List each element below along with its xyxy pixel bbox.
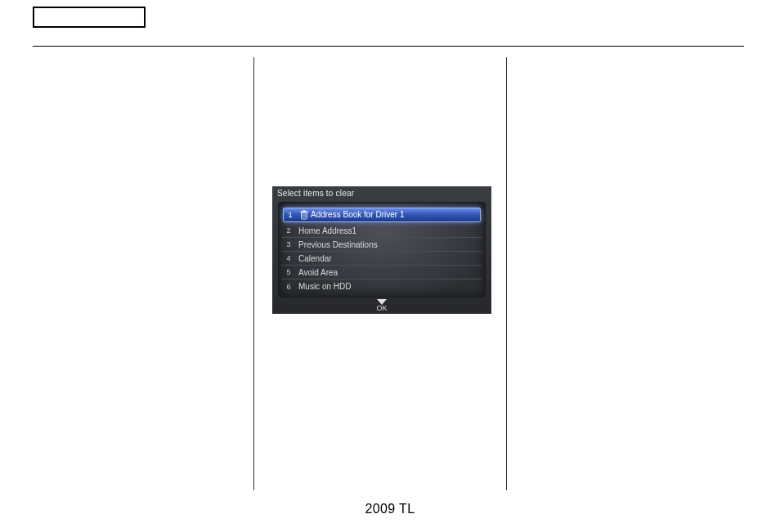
list-item-number: 1: [284, 211, 297, 219]
svg-rect-1: [301, 212, 308, 212]
list-item-label: Avoid Area: [295, 268, 482, 277]
horizontal-rule: [33, 46, 744, 47]
list-item-number: 3: [282, 240, 295, 248]
list-item[interactable]: 4 Calendar: [282, 252, 482, 266]
nav-screen-title: Select items to clear: [272, 186, 491, 202]
list-item-label: Home Address1: [295, 226, 482, 235]
list-item[interactable]: 3 Previous Destinations: [282, 238, 482, 252]
trash-icon: [300, 210, 308, 220]
header-box: [33, 7, 146, 28]
column-middle: Select items to clear 1 Address Book for…: [253, 57, 507, 490]
nav-screen-panel: 1 Address Book for Driver 1 2: [278, 202, 486, 297]
list-item[interactable]: 1 Address Book for Driver 1: [283, 208, 481, 222]
list-item[interactable]: 6 Music on HDD: [282, 279, 482, 293]
column-right: [507, 57, 744, 490]
list-item[interactable]: 5 Avoid Area: [282, 266, 482, 279]
list-item-number: 5: [282, 268, 295, 276]
ok-label: OK: [272, 304, 491, 312]
list-item-label: Calendar: [295, 254, 482, 263]
list-item-number: 2: [282, 226, 295, 235]
list-item-number: 4: [282, 254, 295, 262]
list-item-label: Music on HDD: [295, 282, 482, 291]
list-item[interactable]: 2 Home Address1: [282, 224, 482, 238]
footer-text: 2009 TL: [0, 502, 780, 516]
column-left: [33, 57, 253, 490]
nav-screen: Select items to clear 1 Address Book for…: [272, 186, 491, 314]
svg-rect-2: [303, 210, 306, 211]
list-item-label: Previous Destinations: [295, 240, 482, 249]
list-item-label: Address Book for Driver 1: [297, 210, 480, 220]
columns-container: Select items to clear 1 Address Book for…: [33, 57, 744, 490]
ok-button[interactable]: OK: [272, 299, 491, 312]
list-item-number: 6: [282, 283, 295, 291]
